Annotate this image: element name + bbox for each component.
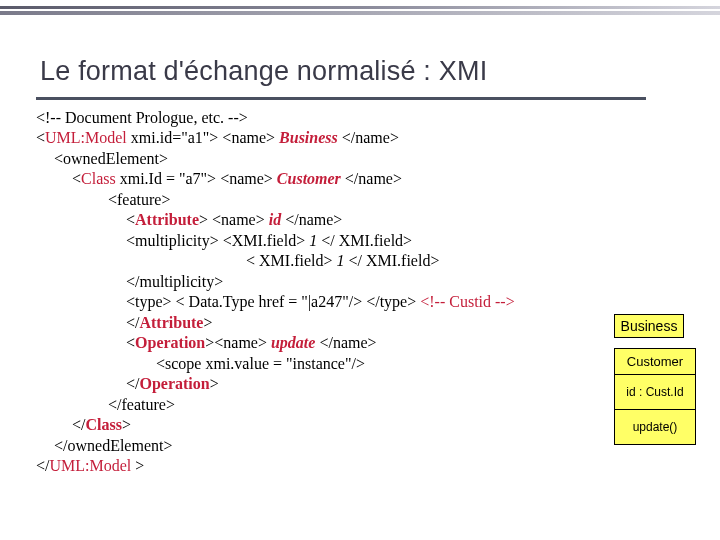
uml-class-op: update() — [615, 410, 695, 444]
title-underline — [36, 97, 646, 100]
line-feature-close: </feature> — [36, 395, 684, 415]
slide-content: Le format d'échange normalisé : XMI <!--… — [0, 0, 720, 476]
slide-title: Le format d'échange normalisé : XMI — [40, 56, 684, 87]
line-multiplicity-1: <multiplicity> <XMI.field> 1 </ XMI.fiel… — [36, 231, 684, 251]
line-model-open: <UML:Model xmi.id="a1"> <name> Business … — [36, 128, 684, 148]
line-owned-open: <ownedElement> — [36, 149, 684, 169]
line-type: <type> < Data.Type href = "|a247"/> </ty… — [36, 292, 684, 312]
line-model-close: </UML:Model > — [36, 456, 684, 476]
line-operation-close: </Operation> — [36, 374, 684, 394]
uml-class-box: Customer id : Cust.Id update() — [614, 348, 696, 445]
uml-class-name: Customer — [615, 349, 695, 375]
uml-package-box: Business — [614, 314, 684, 338]
line-attribute-close: </Attribute> — [36, 313, 684, 333]
uml-class-attr: id : Cust.Id — [615, 375, 695, 410]
line-prologue: <!-- Document Prologue, etc. --> — [36, 108, 684, 128]
uml-diagram: Business Customer id : Cust.Id update() — [614, 314, 696, 445]
line-feature-open: <feature> — [36, 190, 684, 210]
line-multiplicity-close: </multiplicity> — [36, 272, 684, 292]
line-operation-open: <Operation><name> update </name> — [36, 333, 684, 353]
xmi-code-block: <!-- Document Prologue, etc. --> <UML:Mo… — [36, 108, 684, 476]
line-attribute-open: <Attribute> <name> id </name> — [36, 210, 684, 230]
line-scope: <scope xmi.value = "instance"/> — [36, 354, 684, 374]
line-owned-close: </ownedElement> — [36, 436, 684, 456]
top-decorative-bars — [0, 0, 720, 18]
line-class-open: <Class xmi.Id = "a7"> <name> Customer </… — [36, 169, 684, 189]
line-multiplicity-2: < XMI.field> 1 </ XMI.field> — [36, 251, 684, 271]
line-class-close: </Class> — [36, 415, 684, 435]
